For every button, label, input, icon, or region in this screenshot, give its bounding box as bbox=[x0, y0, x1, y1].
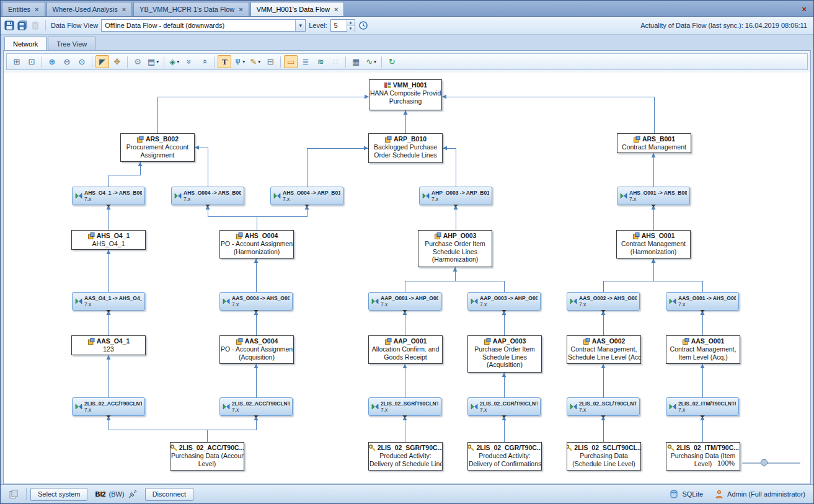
zoom-out-icon[interactable]: ⊖ bbox=[60, 55, 74, 68]
expand-marker-icon[interactable] bbox=[402, 310, 407, 315]
flow-node[interactable]: AAS_O4_1123 bbox=[71, 335, 146, 355]
disconnect-button[interactable]: Disconnect bbox=[145, 488, 193, 501]
tab-entities[interactable]: Entities × bbox=[2, 2, 45, 16]
flow-node[interactable]: 2LIS_02_SGR/T90C...Produced Activity:Del… bbox=[368, 442, 443, 471]
transformation-node[interactable]: AHS_O004 -> ARP_B0107.x bbox=[270, 187, 343, 205]
sync-clock-icon[interactable] bbox=[358, 20, 368, 30]
flow-node[interactable]: AAS_O002Contract Management,Schedule Lin… bbox=[567, 335, 641, 364]
transformation-node[interactable]: AHS_O004 -> ARS_B0027.x bbox=[171, 187, 244, 205]
flow-node[interactable]: AAP_O001Allocation Confirm. andGoods Rec… bbox=[368, 335, 443, 364]
expand-marker-icon[interactable] bbox=[453, 205, 458, 210]
text-tool-icon[interactable]: T bbox=[218, 55, 231, 68]
transformation-node[interactable]: AAP_O001 -> AHP_O0037.x bbox=[368, 292, 441, 311]
expand-marker-icon[interactable] bbox=[402, 415, 407, 420]
transformation-node[interactable]: AHS_O001 -> ARS_B0017.x bbox=[617, 187, 690, 205]
expand-marker-icon[interactable] bbox=[651, 205, 656, 210]
transformation-node[interactable]: AAS_O002 -> AHS_O0017.x bbox=[567, 292, 640, 311]
log-panel-button[interactable] bbox=[5, 487, 22, 501]
flow-node[interactable]: 2LIS_02_CGR/T90C...Produced Activity:Del… bbox=[467, 442, 542, 471]
pan-grid-icon[interactable]: ⊞ bbox=[10, 55, 24, 68]
expand-marker-icon[interactable] bbox=[700, 310, 705, 315]
spinner-down-icon[interactable]: ▼ bbox=[347, 25, 355, 32]
groups-icon[interactable]: ≋ bbox=[314, 55, 327, 68]
hierarchy-icon[interactable]: ⋔▾ bbox=[232, 55, 247, 68]
table-view-icon[interactable]: ▦ bbox=[349, 55, 363, 68]
transformation-node[interactable]: AHS_O4_1 -> ARS_B0027.x bbox=[72, 187, 145, 205]
level-spinner[interactable]: 5 ▲ ▼ bbox=[330, 19, 355, 32]
transformation-node[interactable]: 2LIS_02_ITM/T90CLNT090 ->...7.x bbox=[666, 397, 739, 416]
delete-icon[interactable] bbox=[30, 20, 40, 30]
expand-marker-icon[interactable] bbox=[601, 310, 606, 315]
tab-network[interactable]: Network bbox=[4, 37, 46, 50]
transformation-node[interactable]: AAS_O004 -> AHS_O0047.x bbox=[219, 292, 293, 311]
zoom-slider-thumb[interactable] bbox=[761, 459, 768, 467]
transformation-node[interactable]: AAS_O001 -> AHS_O0017.x bbox=[666, 292, 739, 311]
expand-marker-icon[interactable] bbox=[205, 205, 210, 210]
collapse-all-icon[interactable]: » bbox=[182, 55, 196, 68]
dropdown-arrow-icon[interactable]: ▾ bbox=[258, 59, 260, 64]
select-system-button[interactable]: Select system bbox=[30, 488, 87, 501]
flow-node[interactable]: AHP_O003Purchase Order ItemSchedule Line… bbox=[418, 230, 492, 267]
flow-node[interactable]: 2LIS_02_ACC/T90C...Purchasing Data (Acco… bbox=[170, 442, 244, 471]
grid-dots-icon[interactable]: ∷ bbox=[329, 55, 342, 68]
flow-node[interactable]: AHS_O004PO - Account Assignment(Harmoniz… bbox=[219, 230, 294, 259]
flow-node[interactable]: 2LIS_02_SCL/T90CL...Purchasing Data(Sche… bbox=[567, 442, 641, 471]
transformation-node[interactable]: AHP_O003 -> ARP_B0107.x bbox=[419, 187, 492, 205]
tab-where-used-analysis[interactable]: Where-Used Analysis × bbox=[46, 2, 133, 16]
spinner-up-icon[interactable]: ▲ bbox=[347, 20, 355, 25]
flow-node[interactable]: AAP_O003Purchase Order ItemSchedule Line… bbox=[467, 335, 542, 373]
flow-node[interactable]: AHS_O4_1AHS_O4_1 bbox=[71, 230, 146, 250]
print-icon[interactable]: ⊟ bbox=[263, 55, 277, 68]
expand-marker-icon[interactable] bbox=[700, 415, 705, 420]
flow-node[interactable]: AAS_O004PO - Account Assignment(Acquisit… bbox=[219, 335, 294, 364]
expand-marker-icon[interactable] bbox=[304, 205, 309, 210]
chart-view-icon[interactable]: ∿▾ bbox=[364, 55, 378, 68]
filter-edit-icon[interactable]: ✎▾ bbox=[248, 55, 262, 68]
expand-marker-icon[interactable] bbox=[106, 415, 111, 420]
transformation-node[interactable]: 2LIS_02_ACC/T90CLNT090 ->...7.x bbox=[72, 397, 145, 416]
transformation-node[interactable]: 2LIS_02_SGR/T90CLNT090 ->...7.x bbox=[368, 397, 441, 416]
tab-yb-vmm-hcpr-data-flow[interactable]: YB_VMM_HCPR 1's Data Flow × bbox=[133, 2, 249, 16]
save-icon[interactable] bbox=[4, 20, 14, 30]
flow-node[interactable]: AHS_O001Contract Management(Harmonizatio… bbox=[616, 230, 691, 259]
tab-close-icon[interactable]: × bbox=[35, 6, 38, 13]
tab-close-icon[interactable]: × bbox=[122, 6, 126, 13]
highlight-frame-icon[interactable]: ▭ bbox=[284, 55, 298, 68]
flow-node[interactable]: AAS_O001Contract Management,Item Level (… bbox=[666, 335, 740, 364]
tab-tree-view[interactable]: Tree View bbox=[48, 37, 95, 50]
transformation-filter-icon[interactable]: ◈▾ bbox=[167, 55, 181, 68]
dropdown-arrow-icon[interactable]: ▾ bbox=[374, 59, 376, 64]
combobox-dropdown-icon[interactable]: ▾ bbox=[295, 20, 305, 31]
expand-marker-icon[interactable] bbox=[601, 415, 606, 420]
transformation-node[interactable]: 2LIS_02_CGR/T90CLNT090 ->...7.x bbox=[467, 397, 541, 416]
expand-marker-icon[interactable] bbox=[254, 415, 259, 420]
overview-icon[interactable]: ⊡ bbox=[25, 55, 38, 68]
dropdown-arrow-icon[interactable]: ▾ bbox=[242, 59, 245, 64]
tab-close-icon[interactable]: × bbox=[239, 6, 242, 13]
flow-node[interactable]: ARS_B002Procurement AccountAssignment bbox=[120, 133, 195, 162]
flow-node[interactable]: ARP_B010Backlogged PurchaseOrder Schedul… bbox=[368, 133, 443, 163]
layers-icon[interactable]: ≣ bbox=[299, 55, 312, 68]
tab-close-icon[interactable]: × bbox=[334, 6, 338, 13]
expand-all-icon[interactable]: » bbox=[197, 55, 211, 68]
pan-hand-icon[interactable]: ✥ bbox=[110, 55, 124, 68]
zoom-slider[interactable] bbox=[742, 462, 800, 464]
transformation-node[interactable]: AAS_O4_1 -> AHS_O4_17.x bbox=[72, 292, 145, 311]
expand-marker-icon[interactable] bbox=[106, 205, 111, 210]
flow-node[interactable]: ARS_B001Contract Management bbox=[617, 133, 691, 153]
expand-marker-icon[interactable] bbox=[254, 310, 259, 315]
tab-vmm-h001-data-flow[interactable]: VMM_H001's Data Flow × bbox=[250, 2, 345, 16]
refresh-icon[interactable]: ↻ bbox=[385, 55, 399, 68]
layout-tools-icon[interactable]: ⚙ bbox=[131, 55, 144, 68]
zoom-in-icon[interactable]: ⊕ bbox=[45, 55, 59, 68]
transformation-node[interactable]: 2LIS_02_ACC/T90CLNT090 ->...7.x bbox=[219, 397, 293, 416]
flow-node[interactable]: VMM_H001HANA Composite ProviderPurchasin… bbox=[369, 79, 442, 110]
expand-marker-icon[interactable] bbox=[502, 415, 507, 420]
dropdown-arrow-icon[interactable]: ▾ bbox=[177, 59, 179, 64]
save-all-icon[interactable] bbox=[17, 20, 27, 30]
data-flow-combobox[interactable]: Offline Data Flow - default (downwards) … bbox=[101, 19, 306, 32]
transformation-node[interactable]: AAP_O003 -> AHP_O0037.x bbox=[467, 292, 541, 311]
select-cursor-icon[interactable]: ◤ bbox=[95, 55, 109, 68]
expand-marker-icon[interactable] bbox=[502, 310, 507, 315]
dropdown-arrow-icon[interactable]: ▾ bbox=[156, 59, 159, 64]
